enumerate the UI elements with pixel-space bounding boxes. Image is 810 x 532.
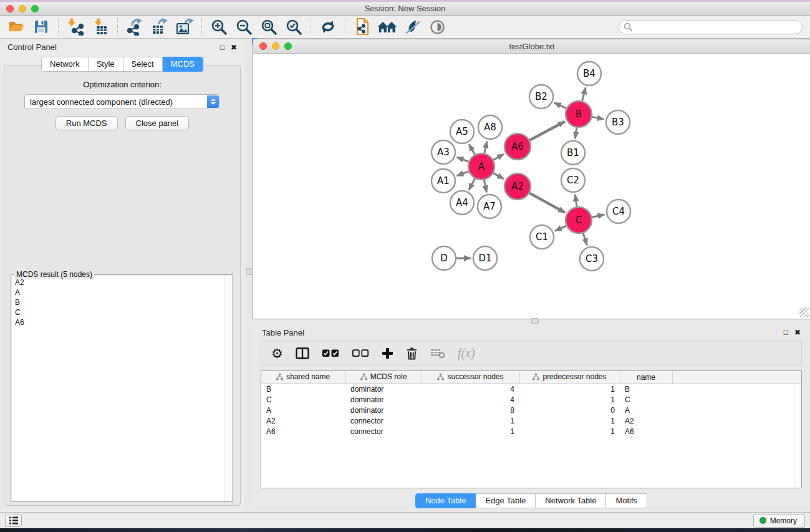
save-session-button[interactable] — [29, 17, 54, 37]
cell-predecessor-nodes[interactable]: 0 — [519, 405, 620, 416]
tab-edge-table[interactable]: Edge Table — [476, 493, 536, 508]
cell-mcds-role[interactable]: connector — [345, 427, 422, 437]
graph-node-A5[interactable]: A5 — [450, 120, 474, 143]
clone-network-button[interactable] — [350, 17, 375, 37]
graph-edge-B-B3[interactable] — [592, 117, 604, 119]
panel-divider-vertical[interactable] — [244, 39, 253, 512]
graph-node-B3[interactable]: B3 — [606, 110, 630, 134]
show-task-history-button[interactable] — [5, 514, 22, 527]
table-row[interactable]: A dominator 8 0 A — [261, 405, 801, 416]
zoom-selected-button[interactable] — [281, 17, 306, 37]
tab-network[interactable]: Network — [41, 57, 89, 72]
cell-successor-nodes[interactable]: 4 — [422, 395, 519, 405]
import-table-button[interactable] — [88, 17, 113, 37]
result-item[interactable]: A — [12, 288, 232, 297]
cell-name[interactable]: A — [620, 405, 672, 416]
graph-edge-B-B2[interactable] — [554, 103, 566, 109]
export-image-button[interactable] — [172, 17, 197, 37]
network-minimize-button[interactable] — [272, 42, 279, 50]
graph-node-A2[interactable]: A2 — [504, 173, 531, 200]
graph-node-A8[interactable]: A8 — [478, 115, 502, 139]
criterion-dropdown[interactable]: largest connected component (directed) — [24, 94, 220, 109]
cell-name[interactable]: A6 — [620, 427, 672, 437]
tab-node-table[interactable]: Node Table — [415, 493, 476, 508]
close-panel-icon[interactable]: ✖ — [794, 329, 801, 336]
network-zoom-button[interactable] — [284, 42, 292, 50]
graph-node-C4[interactable]: C4 — [607, 200, 630, 223]
memory-button[interactable]: Memory — [753, 514, 805, 528]
zoom-window-button[interactable] — [31, 5, 39, 12]
table-row[interactable]: C dominator 4 1 C — [261, 395, 801, 405]
cell-shared-name[interactable]: A6 — [261, 427, 345, 437]
graph-node-D1[interactable]: D1 — [473, 246, 497, 270]
graph-node-B4[interactable]: B4 — [577, 62, 601, 85]
cell-shared-name[interactable]: B — [261, 384, 345, 395]
graph-node-A1[interactable]: A1 — [432, 169, 455, 193]
graph-node-C1[interactable]: C1 — [530, 225, 554, 249]
divider-grip[interactable] — [246, 268, 251, 275]
mcds-result-list[interactable]: A2 A B C A6 — [12, 276, 232, 501]
export-network-button[interactable] — [122, 17, 147, 37]
graph-edge-B-B1[interactable] — [575, 128, 577, 138]
show-hide-button[interactable] — [425, 17, 450, 37]
unselect-all-columns-button[interactable] — [352, 349, 369, 357]
cell-predecessor-nodes[interactable]: 1 — [519, 416, 620, 427]
network-overview-button[interactable] — [375, 17, 400, 37]
delete-table-button[interactable] — [430, 348, 445, 359]
close-panel-button[interactable]: Close panel — [125, 116, 190, 130]
result-item[interactable]: A2 — [12, 278, 232, 288]
graph-edge-A-A2[interactable] — [493, 173, 504, 179]
cell-predecessor-nodes[interactable]: 1 — [519, 384, 620, 395]
result-item[interactable]: A6 — [12, 317, 232, 327]
cell-name[interactable]: A2 — [620, 416, 672, 427]
graph-node-B2[interactable]: B2 — [529, 85, 553, 109]
panel-divider-horizontal[interactable] — [253, 319, 810, 324]
graph-edge-A-A3[interactable] — [457, 157, 469, 162]
tab-select[interactable]: Select — [123, 57, 163, 72]
float-panel-icon[interactable]: □ — [784, 329, 788, 336]
graph-edge-A6-B[interactable] — [529, 122, 565, 140]
graph-node-C3[interactable]: C3 — [580, 247, 604, 271]
network-graph[interactable]: B4B2BB3A5A8A6A3B1AC2A1A2A4A7CC4C1C3DD1 — [253, 54, 810, 319]
result-item[interactable]: B — [12, 297, 232, 307]
graph-edge-C-C3[interactable] — [583, 233, 587, 245]
select-all-columns-button[interactable] — [322, 349, 339, 357]
zoom-out-button[interactable] — [231, 17, 256, 37]
import-network-button[interactable] — [63, 17, 88, 37]
window-resize-grip[interactable] — [799, 307, 809, 317]
create-new-column-button[interactable] — [382, 347, 393, 359]
cell-successor-nodes[interactable]: 8 — [422, 405, 519, 416]
network-canvas[interactable]: B4B2BB3A5A8A6A3B1AC2A1A2A4A7CC4C1C3DD1 — [253, 54, 810, 319]
table-row[interactable]: A2 connector 1 1 A2 — [261, 416, 801, 427]
result-list-scrollbar[interactable] — [224, 276, 232, 501]
graph-node-B[interactable]: B — [566, 101, 592, 127]
graph-edge-A-A1[interactable] — [457, 172, 469, 176]
graph-edge-A-A8[interactable] — [485, 142, 487, 153]
table-scrollbar[interactable] — [794, 384, 801, 488]
tab-motifs[interactable]: Motifs — [606, 493, 647, 508]
float-panel-icon[interactable]: □ — [220, 44, 224, 51]
tab-style[interactable]: Style — [89, 57, 123, 72]
divider-grip[interactable] — [531, 318, 539, 324]
column-header-successor-nodes[interactable]: successor nodes — [422, 371, 519, 384]
cell-mcds-role[interactable]: dominator — [345, 405, 422, 416]
graph-node-A6[interactable]: A6 — [504, 133, 531, 160]
close-window-button[interactable] — [6, 5, 14, 12]
zoom-fit-button[interactable] — [256, 17, 281, 37]
column-header-name[interactable]: name — [620, 371, 672, 384]
cell-name[interactable]: B — [620, 384, 672, 395]
graph-node-A3[interactable]: A3 — [432, 140, 455, 164]
graph-node-D[interactable]: D — [432, 246, 456, 270]
cell-mcds-role[interactable]: connector — [345, 416, 422, 427]
network-close-button[interactable] — [259, 42, 267, 50]
graph-node-C[interactable]: C — [566, 207, 592, 233]
network-window-titlebar[interactable]: testGlobe.txt — [253, 39, 810, 54]
column-header-mcds-role[interactable]: MCDS role — [345, 371, 422, 384]
show-columns-button[interactable] — [296, 347, 309, 359]
table-settings-button[interactable]: ⚙ — [271, 347, 283, 360]
graph-edge-A-A5[interactable] — [469, 144, 475, 155]
graph-node-B1[interactable]: B1 — [561, 141, 585, 165]
open-session-button[interactable] — [4, 17, 29, 37]
run-mcds-button[interactable]: Run MCDS — [55, 116, 118, 130]
graphics-details-button[interactable] — [400, 17, 425, 37]
